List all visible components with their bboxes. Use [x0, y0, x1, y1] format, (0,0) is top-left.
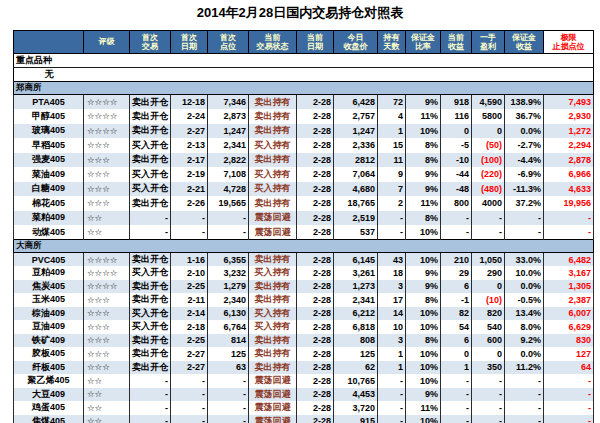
column-header-per_lot: 一手盈利 — [472, 31, 505, 54]
cell-status: 卖出持有 — [249, 334, 297, 348]
cell-rating: ☆☆☆☆ — [84, 253, 130, 267]
cell-days: 1 — [378, 347, 406, 361]
cell-first_date: - — [171, 415, 208, 423]
cell-stop: 6,629 — [544, 320, 594, 334]
cell-ratio: 11% — [406, 109, 441, 124]
cell-margin_profit: 138.9% — [505, 95, 544, 110]
cell-close: 2,341 — [334, 293, 378, 307]
cell-per_lot: (220) — [472, 167, 505, 182]
cell-margin_profit: 33.0% — [505, 253, 544, 267]
cell-name: 铁矿409 — [14, 334, 84, 348]
cell-days: 1 — [378, 124, 406, 139]
cell-name: 聚乙烯405 — [14, 374, 84, 388]
cell-margin_profit: - — [505, 211, 544, 226]
cell-status: 卖出持有 — [249, 347, 297, 361]
cell-per_lot: 0 — [472, 124, 505, 139]
cell-first_date: 12-18 — [171, 95, 208, 110]
cell-margin_profit: 13.4% — [505, 307, 544, 321]
cell-status: 卖出持有 — [249, 95, 297, 110]
cell-close: 2,757 — [334, 109, 378, 124]
report-page: 2014年2月28日国内交易持仓对照表 评级首次交易首次日期首次点位当前交易状态… — [0, 0, 600, 423]
cell-status: 买入持有 — [249, 138, 297, 153]
cell-rating: ☆☆ — [84, 225, 130, 240]
cell-first_point: - — [208, 211, 249, 226]
cell-per_lot: 4,590 — [472, 95, 505, 110]
cell-ratio: 10% — [406, 307, 441, 321]
cell-per_lot: 600 — [472, 334, 505, 348]
table-row: 菜粕409☆☆---震荡回避2-282,519-8%---- — [14, 211, 594, 226]
column-header-rating: 评级 — [84, 31, 130, 54]
cell-status: 卖出持有 — [249, 293, 297, 307]
cell-per_lot: 0 — [472, 347, 505, 361]
column-header-name — [14, 31, 84, 54]
cell-stop: 19,956 — [544, 196, 594, 211]
cell-profit: 54 — [441, 320, 472, 334]
cell-first_date: - — [171, 211, 208, 226]
cell-cur_date: 2-28 — [297, 320, 334, 334]
cell-rating: ☆☆☆ — [84, 334, 130, 348]
cell-profit: -48 — [441, 182, 472, 197]
cell-stop: 6,482 — [544, 253, 594, 267]
cell-status: 震荡回避 — [249, 401, 297, 415]
cell-per_lot: - — [472, 374, 505, 388]
cell-first_date: 1-16 — [171, 253, 208, 267]
cell-cur_date: 2-28 — [297, 280, 334, 294]
cell-first_date: 2-19 — [171, 167, 208, 182]
cell-stop: - — [544, 401, 594, 415]
cell-first_date: 2-24 — [171, 109, 208, 124]
cell-name: 纤板405 — [14, 361, 84, 375]
cell-close: 6,212 — [334, 307, 378, 321]
cell-margin_profit: -6.9% — [505, 167, 544, 182]
cell-profit: -1 — [441, 293, 472, 307]
cell-profit: 0 — [441, 347, 472, 361]
cell-rating: ☆☆☆☆ — [84, 266, 130, 280]
table-row: 白糖409☆☆☆买入开仓2-214,728买入持有2-284,68079%-48… — [14, 182, 594, 197]
cell-per_lot: 4000 — [472, 196, 505, 211]
cell-name: 玉米405 — [14, 293, 84, 307]
cell-stop: - — [544, 415, 594, 423]
cell-cur_date: 2-28 — [297, 225, 334, 240]
cell-rating: ☆☆☆ — [84, 153, 130, 168]
column-header-close: 今日收盘价 — [334, 31, 378, 54]
cell-margin_profit: -0.5% — [505, 293, 544, 307]
cell-cur_date: 2-28 — [297, 347, 334, 361]
cell-first_trade: - — [130, 225, 171, 240]
cell-ratio: 10% — [406, 347, 441, 361]
cell-status: 震荡回避 — [249, 374, 297, 388]
cell-status: 买入持有 — [249, 182, 297, 197]
cell-status: 卖出持有 — [249, 196, 297, 211]
cell-ratio: 10% — [406, 415, 441, 423]
cell-first_trade: 卖出开仓 — [130, 196, 171, 211]
table-row: 焦炭405☆☆☆☆卖出开仓2-251,279卖出持有2-281,27339%60… — [14, 280, 594, 294]
cell-first_date: 2-13 — [171, 138, 208, 153]
column-header-cur_date: 当前日期 — [297, 31, 334, 54]
cell-margin_profit: - — [505, 374, 544, 388]
cell-days: 15 — [378, 138, 406, 153]
cell-days: - — [378, 225, 406, 240]
cell-status: 卖出持有 — [249, 280, 297, 294]
cell-profit: 800 — [441, 196, 472, 211]
cell-close: 10,765 — [334, 374, 378, 388]
cell-first_point: 814 — [208, 334, 249, 348]
cell-close: 6,428 — [334, 95, 378, 110]
cell-close: 915 — [334, 415, 378, 423]
cell-margin_profit: -4.4% — [505, 153, 544, 168]
cell-days: 18 — [378, 266, 406, 280]
cell-stop: - — [544, 211, 594, 226]
cell-status: 买入持有 — [249, 266, 297, 280]
cell-margin_profit: 36.7% — [505, 109, 544, 124]
cell-rating: ☆☆☆ — [84, 167, 130, 182]
cell-first_point: 7,108 — [208, 167, 249, 182]
cell-first_date: 2-17 — [171, 153, 208, 168]
cell-first_trade: - — [130, 415, 171, 423]
cell-name: 白糖409 — [14, 182, 84, 197]
cell-close: 1,273 — [334, 280, 378, 294]
cell-stop: 2,387 — [544, 293, 594, 307]
column-header-first_trade: 首次交易 — [130, 31, 171, 54]
cell-first_point: 4,728 — [208, 182, 249, 197]
cell-stop: - — [544, 225, 594, 240]
cell-cur_date: 2-28 — [297, 182, 334, 197]
cell-name: PVC405 — [14, 253, 84, 267]
table-header-row: 评级首次交易首次日期首次点位当前交易状态当前日期今日收盘价持有天数保证金比率当前… — [14, 31, 594, 54]
cell-per_lot: 0 — [472, 280, 505, 294]
